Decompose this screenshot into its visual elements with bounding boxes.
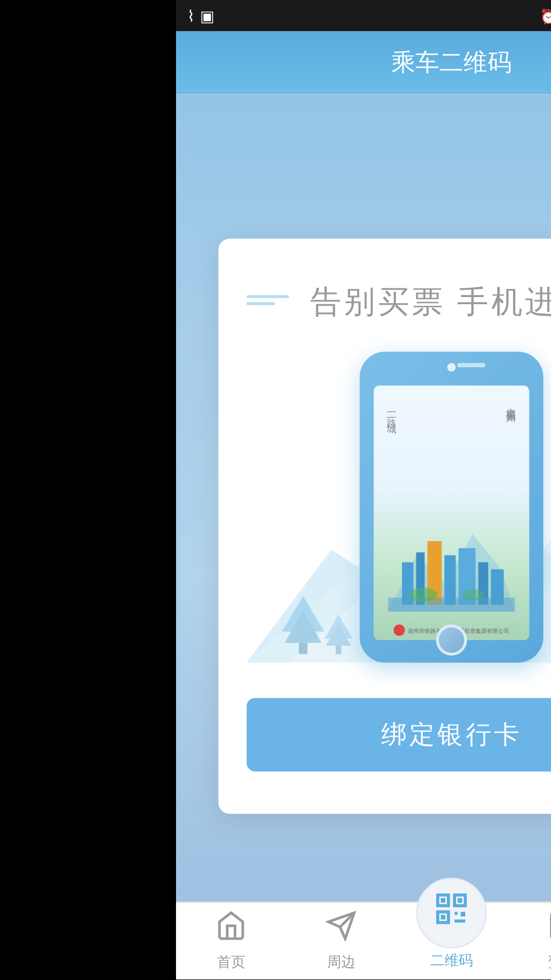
bottom-navigation: 首页 周边 <box>176 902 551 979</box>
nav-label-qrcode: 二维码 <box>430 951 472 971</box>
phone-screen: 一路一城 幸福温州 <box>374 386 530 640</box>
svg-rect-16 <box>444 555 456 605</box>
svg-point-22 <box>461 589 484 600</box>
qrcode-bubble <box>416 878 487 948</box>
header-title: 乘车二维码 <box>391 46 511 79</box>
svg-rect-20 <box>388 598 515 612</box>
svg-rect-8 <box>336 646 341 654</box>
camera-icon: ▣ <box>200 6 214 24</box>
tree-left <box>282 589 324 659</box>
alarm-icon: ⏰ <box>540 8 551 23</box>
phone-device: 一路一城 幸福温州 <box>360 352 543 663</box>
phone-text-left: 一路一城 <box>385 407 399 418</box>
tree-middle-left <box>324 610 353 660</box>
nav-label-news: 资讯 <box>547 952 551 972</box>
svg-rect-30 <box>441 915 445 919</box>
svg-rect-33 <box>461 912 465 916</box>
main-card: 告别买票 手机进闸 <box>218 239 551 814</box>
header: 乘车二维码 <box>176 31 551 93</box>
deco-line-4 <box>246 302 274 305</box>
qrcode-icon <box>433 890 470 936</box>
phone-illustration: 一路一城 幸福温州 <box>246 352 551 663</box>
nav-label-home: 首页 <box>217 952 245 972</box>
status-right-info: ⏰ 4G ▲ 74% 🔋 下午 2:59 <box>540 6 551 26</box>
card-title: 告别买票 手机进闸 <box>246 281 551 324</box>
svg-rect-29 <box>458 898 462 902</box>
nav-label-nearby: 周边 <box>327 952 355 972</box>
home-icon <box>216 910 247 948</box>
nav-item-nearby[interactable]: 周边 <box>286 903 396 979</box>
decoration-top-left <box>246 295 289 305</box>
nearby-icon <box>326 910 357 948</box>
status-bar: ⌇ ▣ ⏰ 4G ▲ 74% 🔋 下午 2:59 <box>176 0 551 31</box>
city-skyline-svg <box>388 513 515 612</box>
phone-text-right: 幸福温州 <box>504 400 518 405</box>
svg-rect-32 <box>455 912 458 915</box>
svg-rect-34 <box>455 919 465 922</box>
main-content: 告别买票 手机进闸 <box>176 93 551 902</box>
svg-rect-28 <box>441 898 445 902</box>
bind-bank-card-button[interactable]: 绑定银行卡 <box>246 698 551 771</box>
activity-icon: ⌇ <box>187 6 194 24</box>
svg-point-21 <box>409 587 437 602</box>
deco-line-3 <box>246 295 289 298</box>
nav-item-qrcode[interactable]: 二维码 <box>396 903 507 979</box>
news-icon <box>546 910 551 948</box>
nav-item-news[interactable]: 资讯 <box>507 903 551 979</box>
phone-home-button <box>436 624 467 655</box>
svg-rect-5 <box>299 643 308 654</box>
phone-content: 一路一城 幸福温州 <box>374 386 530 640</box>
nav-item-home[interactable]: 首页 <box>176 903 286 979</box>
status-left-icons: ⌇ ▣ <box>187 6 214 24</box>
